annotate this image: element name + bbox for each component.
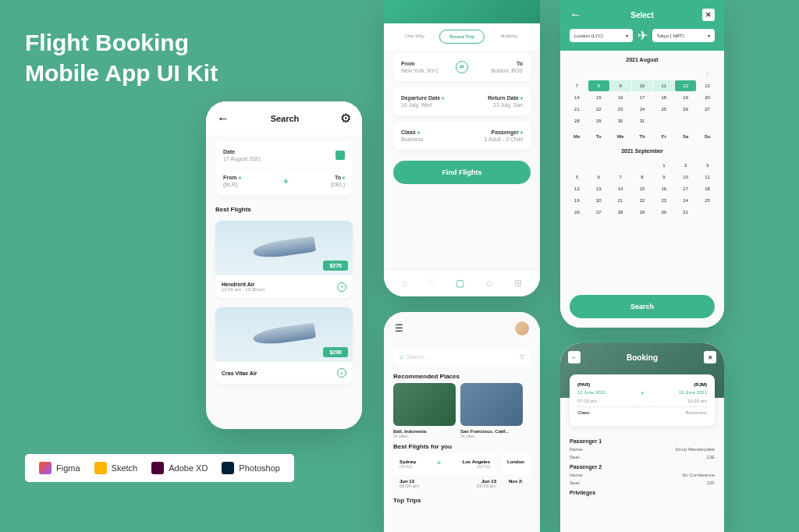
place-card[interactable]: San Francisco, Calif... 54 cities xyxy=(460,383,523,438)
flight-card[interactable]: $270 Hendrerit Air 11:00 am - 15:30 pm + xyxy=(215,221,353,298)
cal-day[interactable]: 1 xyxy=(697,69,718,80)
cal-day[interactable]: 28 xyxy=(566,115,588,126)
cal-day[interactable] xyxy=(566,69,588,80)
cal-day[interactable]: 14 xyxy=(566,92,588,103)
cal-day[interactable]: 13 xyxy=(588,183,609,194)
cal-day[interactable] xyxy=(675,115,696,126)
cal-day[interactable]: 5 xyxy=(566,172,588,183)
cal-day[interactable]: 29 xyxy=(632,207,653,218)
cal-day[interactable]: 17 xyxy=(632,92,653,103)
settings-icon[interactable]: ⚙ xyxy=(340,111,351,126)
cal-day[interactable]: 31 xyxy=(675,207,696,218)
cal-day[interactable]: 20 xyxy=(697,92,718,103)
cal-day[interactable]: 16 xyxy=(653,183,674,194)
calendar-icon[interactable] xyxy=(336,151,345,160)
tab-oneway[interactable]: One Way xyxy=(393,30,436,44)
search-button[interactable]: Search xyxy=(570,295,715,318)
cal-day[interactable]: 21 xyxy=(610,195,631,206)
cal-day[interactable] xyxy=(697,115,718,126)
cal-day[interactable]: 20 xyxy=(588,195,609,206)
cal-day[interactable]: 23 xyxy=(610,104,631,115)
cal-day[interactable] xyxy=(632,69,653,80)
cal-day[interactable]: 24 xyxy=(632,104,653,115)
cal-day[interactable]: 22 xyxy=(588,104,609,115)
nav-home-icon[interactable]: ⌂ xyxy=(402,278,407,289)
add-icon[interactable]: + xyxy=(337,282,346,292)
cal-day[interactable]: 19 xyxy=(675,92,696,103)
cal-day[interactable]: 11 xyxy=(697,172,718,183)
cal-day[interactable]: 18 xyxy=(697,183,718,194)
cal-day[interactable]: 2 xyxy=(675,160,696,171)
cal-day[interactable]: 6 xyxy=(588,172,609,183)
cal-day[interactable]: 8 xyxy=(588,80,609,91)
tab-roundtrip[interactable]: Round Trip xyxy=(439,30,484,44)
close-icon[interactable]: ✕ xyxy=(704,351,716,364)
cal-day[interactable]: 30 xyxy=(610,115,631,126)
flight-row[interactable]: London xyxy=(501,453,531,475)
cal-day[interactable]: 17 xyxy=(675,183,696,194)
cal-day[interactable]: 22 xyxy=(632,195,653,206)
nav-calendar-icon[interactable]: ▢ xyxy=(456,278,464,289)
cal-day[interactable]: 14 xyxy=(610,183,631,194)
cal-day[interactable]: 16 xyxy=(610,92,631,103)
cal-day[interactable]: 3 xyxy=(697,160,718,171)
tab-multicity[interactable]: Multicity xyxy=(488,30,531,44)
cal-day[interactable]: 8 xyxy=(632,172,653,183)
cal-day[interactable]: 19 xyxy=(566,195,588,206)
flight-row[interactable]: Sydney (SYD) ⊕ Los Angeles (NYC) xyxy=(393,453,496,475)
cal-day[interactable] xyxy=(588,69,609,80)
place-card[interactable]: Bali, Indonesia 14 cities xyxy=(393,383,456,438)
nav-user-icon[interactable]: ☺ xyxy=(485,278,494,289)
cal-day[interactable] xyxy=(653,69,674,80)
cal-day[interactable]: 31 xyxy=(632,115,653,126)
cal-day[interactable]: 28 xyxy=(610,207,631,218)
cal-day[interactable] xyxy=(610,69,631,80)
cal-day[interactable]: 10 xyxy=(675,172,696,183)
cal-day[interactable]: 25 xyxy=(697,195,718,206)
cal-day[interactable]: 10 xyxy=(632,80,653,91)
back-icon[interactable]: ← xyxy=(570,8,582,22)
cal-day[interactable]: 13 xyxy=(697,80,718,91)
back-icon[interactable]: ← xyxy=(217,112,229,126)
back-icon[interactable]: ← xyxy=(568,351,581,364)
cal-day[interactable] xyxy=(675,69,696,80)
find-flights-button[interactable]: Find Flights xyxy=(393,161,531,184)
cal-day[interactable]: 27 xyxy=(697,104,718,115)
to-select[interactable]: Tokyo ( NRT)▾ xyxy=(652,29,716,42)
nav-heart-icon[interactable]: ♡ xyxy=(428,278,436,289)
cal-day[interactable]: 29 xyxy=(588,115,609,126)
search-bar[interactable]: ⌕ Search... ▽ xyxy=(393,348,531,365)
filter-icon[interactable]: ▽ xyxy=(520,353,524,360)
cal-day[interactable] xyxy=(588,160,609,171)
search-input[interactable]: Search... xyxy=(407,354,517,360)
menu-icon[interactable]: ☰ xyxy=(395,323,403,334)
cal-day[interactable] xyxy=(632,160,653,171)
avatar[interactable] xyxy=(515,321,529,335)
cal-day[interactable]: 30 xyxy=(653,207,674,218)
cal-day[interactable]: 15 xyxy=(588,92,609,103)
cal-day[interactable]: 26 xyxy=(675,104,696,115)
cal-day[interactable]: 9 xyxy=(610,80,631,91)
cal-day[interactable] xyxy=(697,207,718,218)
cal-day[interactable]: 23 xyxy=(653,195,674,206)
cal-day[interactable]: 26 xyxy=(566,207,588,218)
cal-day[interactable]: 12 xyxy=(566,183,588,194)
cal-day[interactable]: 27 xyxy=(588,207,609,218)
cal-day[interactable]: 21 xyxy=(566,104,588,115)
cal-day[interactable] xyxy=(566,160,588,171)
cal-day[interactable]: 1 xyxy=(653,160,674,171)
swap-icon[interactable]: ⇄ xyxy=(456,61,468,73)
cal-day[interactable]: 7 xyxy=(566,80,588,91)
cal-day[interactable]: 12 xyxy=(675,80,696,91)
from-select[interactable]: London (LYC)▾ xyxy=(570,29,633,42)
cal-day[interactable]: 9 xyxy=(653,172,674,183)
nav-grid-icon[interactable]: ⊞ xyxy=(514,278,522,289)
cal-day[interactable]: 11 xyxy=(653,80,674,91)
add-icon[interactable]: + xyxy=(337,368,346,378)
cal-day[interactable]: 7 xyxy=(610,172,631,183)
cal-day[interactable]: 18 xyxy=(653,92,674,103)
cal-day[interactable]: 24 xyxy=(675,195,696,206)
cal-day[interactable]: 25 xyxy=(653,104,674,115)
flight-card[interactable]: $290 Cras Vitae Air + xyxy=(215,307,353,384)
close-icon[interactable]: ✕ xyxy=(702,9,715,21)
